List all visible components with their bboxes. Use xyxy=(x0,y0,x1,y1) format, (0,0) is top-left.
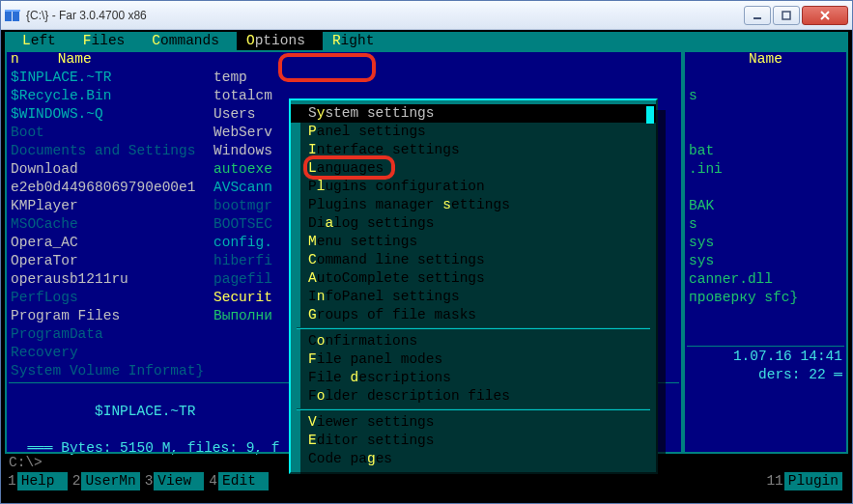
dropdown-scrollbar[interactable] xyxy=(646,106,654,466)
menu-item-folder-description-files[interactable]: Folder description files xyxy=(291,387,656,406)
menu-item-plugins-manager-settings[interactable]: Plugins manager settings xyxy=(291,196,656,214)
col-n: n xyxy=(11,50,24,69)
menu-item-plugins-configuration[interactable]: Plugins configuration xyxy=(291,178,656,196)
col-name-r: Name xyxy=(749,50,782,69)
table-row[interactable]: .ini xyxy=(683,160,848,179)
fkey-1[interactable]: 1Help xyxy=(7,472,68,490)
app-icon xyxy=(5,8,20,23)
menu-item-system-settings[interactable]: System settings xyxy=(291,104,656,123)
svg-rect-2 xyxy=(5,10,20,12)
col-name-1: Name xyxy=(58,50,92,69)
table-row[interactable]: проверку sfc} xyxy=(683,289,848,307)
table-row[interactable]: canner.dll xyxy=(683,270,848,289)
menu-item-dialog-settings[interactable]: Dialog settings xyxy=(291,214,656,233)
right-panel[interactable]: Name s bat.ini BAKssyssyscanner.dllпрове… xyxy=(683,50,848,454)
fkey-3[interactable]: 3View xyxy=(144,472,205,490)
menu-item-command-line-settings[interactable]: Command line settings xyxy=(291,251,656,269)
menu-item-file-descriptions[interactable]: File descriptions xyxy=(291,369,656,387)
menu-left[interactable]: Left xyxy=(13,32,73,50)
table-row[interactable] xyxy=(683,69,848,87)
options-dropdown: System settingsPanel settingsInterface s… xyxy=(289,98,658,474)
window-title: {C:\} - Far 3.0.4700 x86 xyxy=(26,9,744,22)
right-panel-header: Name xyxy=(683,50,848,69)
menu-item-autocomplete-settings[interactable]: AutoComplete settings xyxy=(291,269,656,288)
col-name-left xyxy=(24,50,58,69)
menu-separator xyxy=(297,327,650,329)
menu-item-code-pages[interactable]: Code pages xyxy=(291,450,656,468)
fkey-4[interactable]: 4Edit xyxy=(208,472,269,490)
left-panel-header: n Name xyxy=(5,50,683,69)
menu-item-menu-settings[interactable]: Menu settings xyxy=(291,233,656,251)
table-row[interactable]: bat xyxy=(683,142,848,160)
menu-item-infopanel-settings[interactable]: InfoPanel settings xyxy=(291,288,656,306)
minimize-button[interactable] xyxy=(744,6,771,25)
table-row[interactable]: sys xyxy=(683,234,848,252)
menu-item-editor-settings[interactable]: Editor settings xyxy=(291,432,656,450)
table-row[interactable] xyxy=(683,124,848,142)
table-row[interactable]: s xyxy=(683,87,848,105)
menu-right[interactable]: Right xyxy=(323,32,392,50)
fkey-11[interactable]: 11Plugin xyxy=(765,472,842,490)
menu-item-panel-settings[interactable]: Panel settings xyxy=(291,123,656,141)
menu-commands[interactable]: Commands xyxy=(142,32,237,50)
menubar: LeftFilesCommandsOptionsRight xyxy=(5,32,848,50)
table-row[interactable]: s xyxy=(683,215,848,234)
menu-options[interactable]: Options xyxy=(237,32,323,50)
right-file-list[interactable]: s bat.ini BAKssyssyscanner.dllпроверку s… xyxy=(683,69,848,307)
table-row[interactable] xyxy=(683,179,848,197)
right-panel-stats: ders: 22 ═ xyxy=(683,366,848,384)
menu-item-languages[interactable]: Languages xyxy=(291,159,656,178)
app-window: {C:\} - Far 3.0.4700 x86 LeftFilesComman… xyxy=(0,0,853,504)
table-row[interactable]: $INPLACE.~TRtemp xyxy=(11,69,677,87)
console-area: LeftFilesCommandsOptionsRight n Name $IN… xyxy=(1,30,852,503)
menu-item-confirmations[interactable]: Confirmations xyxy=(291,332,656,350)
right-panel-date: 1.07.16 14:41 xyxy=(683,348,848,366)
maximize-button[interactable] xyxy=(773,6,800,25)
table-row[interactable]: BAK xyxy=(683,197,848,215)
svg-rect-4 xyxy=(782,12,790,19)
menu-separator xyxy=(297,408,650,410)
menu-item-groups-of-file-masks[interactable]: Groups of file masks xyxy=(291,306,656,324)
fkey-2[interactable]: 2UserMn xyxy=(71,472,140,490)
menu-files[interactable]: Files xyxy=(73,32,143,50)
menu-item-viewer-settings[interactable]: Viewer settings xyxy=(291,413,656,432)
table-row[interactable] xyxy=(683,105,848,124)
table-row[interactable]: sys xyxy=(683,252,848,270)
titlebar[interactable]: {C:\} - Far 3.0.4700 x86 xyxy=(1,1,852,30)
menu-item-interface-settings[interactable]: Interface settings xyxy=(291,141,656,159)
window-buttons xyxy=(744,6,848,25)
close-button[interactable] xyxy=(802,6,848,25)
menu-item-file-panel-modes[interactable]: File panel modes xyxy=(291,350,656,369)
